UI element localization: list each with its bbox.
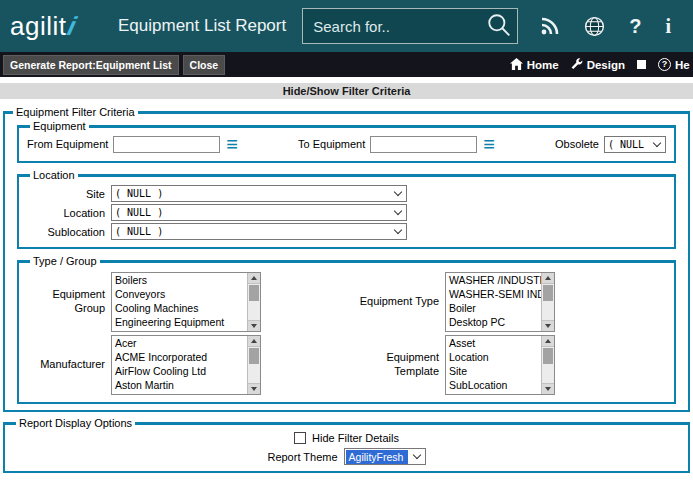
obsolete-select[interactable]: ( NULL ) [604, 136, 666, 153]
globe-icon[interactable] [584, 16, 605, 37]
equipment-template-options: Asset Location Site SubLocation [446, 336, 541, 394]
header-icons: ? i [540, 16, 671, 37]
app-header: agilit i Equipment List Report ? i [0, 0, 693, 52]
scrollbar-thumb[interactable] [249, 348, 259, 364]
sublocation-row: Sublocation ( NULL ) [27, 223, 666, 240]
help-link[interactable]: ? Help [658, 58, 690, 71]
site-label: Site [27, 188, 105, 200]
scrollbar[interactable] [541, 336, 554, 394]
type-group-fieldset: Type / Group Equipment Group Boilers Con… [17, 255, 676, 404]
triangle-down-icon [545, 387, 551, 391]
triangle-down-icon [545, 324, 551, 328]
scrollbar-thumb[interactable] [249, 285, 259, 301]
list-item[interactable]: ACME Incorporated [112, 350, 247, 364]
home-label: Home [527, 59, 559, 71]
search-icon [486, 12, 512, 41]
list-item[interactable]: WASHER-SEMI IND [446, 287, 541, 301]
scrollbar[interactable] [541, 273, 554, 331]
scroll-up-button[interactable] [248, 273, 260, 284]
home-link[interactable]: Home [510, 58, 559, 72]
sublocation-select[interactable]: ( NULL ) [111, 223, 407, 240]
scrollbar[interactable] [247, 273, 260, 331]
scrollbar-thumb[interactable] [543, 348, 553, 364]
scrollbar-thumb[interactable] [543, 285, 553, 301]
list-item[interactable]: Engineering Equipment [112, 315, 247, 329]
list-item[interactable]: Location [446, 350, 541, 364]
design-label: Design [587, 59, 625, 71]
triangle-down-icon [251, 324, 257, 328]
search-button[interactable] [481, 12, 517, 41]
list-item[interactable]: Conveyors [112, 287, 247, 301]
equipment-group-options: Boilers Conveyors Cooling Machines Engin… [112, 273, 247, 331]
report-theme-select[interactable]: AgilityFresh [344, 448, 426, 465]
report-theme-value: AgilityFresh [346, 450, 408, 464]
obsolete-group: Obsolete ( NULL ) [555, 136, 666, 153]
logo-text: agilit [10, 11, 66, 42]
scroll-down-button[interactable] [542, 383, 554, 394]
scroll-up-button[interactable] [248, 336, 260, 347]
equipment-group-listbox[interactable]: Boilers Conveyors Cooling Machines Engin… [111, 272, 261, 332]
list-item[interactable]: Site [446, 364, 541, 378]
rss-icon[interactable] [540, 16, 560, 36]
app-logo[interactable]: agilit i [0, 11, 110, 42]
obsolete-label: Obsolete [555, 138, 599, 150]
site-select[interactable]: ( NULL ) [111, 185, 407, 202]
type-group-row-1: Equipment Group Boilers Conveyors Coolin… [27, 272, 666, 332]
list-item[interactable]: Cooling Machines [112, 301, 247, 315]
search-box[interactable] [302, 8, 518, 44]
help-icon[interactable]: ? [629, 16, 641, 36]
chevron-down-icon [394, 226, 402, 234]
list-item[interactable]: Desktop PC [446, 315, 541, 329]
list-item[interactable]: Acer [112, 336, 247, 350]
generate-report-button[interactable]: Generate Report:Equipment List [3, 55, 179, 75]
to-equipment-input[interactable] [370, 136, 477, 153]
location-select-value: ( NULL ) [115, 207, 163, 218]
design-link[interactable]: Design [571, 58, 625, 72]
page-title: Equipment List Report [118, 16, 286, 36]
from-equipment-input[interactable] [113, 136, 220, 153]
from-equipment-label: From Equipment [27, 138, 108, 150]
chevron-down-icon [394, 188, 402, 196]
list-item[interactable]: AirFlow Cooling Ltd [112, 364, 247, 378]
equipment-group-label: Equipment Group [27, 288, 105, 316]
list-item[interactable]: Asset [446, 336, 541, 350]
list-item[interactable]: WASHER /INDUSTRIAL [446, 273, 541, 287]
list-item[interactable]: Boiler [446, 301, 541, 315]
equipment-template-listbox[interactable]: Asset Location Site SubLocation [445, 335, 555, 395]
equipment-type-listbox[interactable]: WASHER /INDUSTRIAL WASHER-SEMI IND Boile… [445, 272, 555, 332]
chevron-down-icon [653, 138, 661, 146]
location-label: Location [27, 207, 105, 219]
equipment-template-label: Equipment Template [355, 351, 439, 379]
hide-show-filter-bar[interactable]: Hide/Show Filter Criteria [0, 83, 693, 99]
wrench-icon [571, 58, 583, 72]
to-equipment-lookup-icon[interactable]: ≡ [483, 134, 495, 154]
home-icon [510, 58, 523, 72]
info-icon[interactable]: i [665, 16, 671, 36]
location-select[interactable]: ( NULL ) [111, 204, 407, 221]
manufacturer-listbox[interactable]: Acer ACME Incorporated AirFlow Cooling L… [111, 335, 261, 395]
help-label: Help [675, 59, 690, 71]
equipment-type-label: Equipment Type [355, 295, 439, 309]
design-toggle-checkbox[interactable] [637, 60, 646, 69]
type-group-row-2: Manufacturer Acer ACME Incorporated AirF… [27, 335, 666, 395]
obsolete-select-value: ( NULL ) [608, 139, 648, 150]
close-button[interactable]: Close [183, 55, 226, 75]
scroll-down-button[interactable] [542, 320, 554, 331]
scrollbar[interactable] [247, 336, 260, 394]
list-item[interactable]: Aston Martin [112, 378, 247, 392]
list-item[interactable]: SubLocation [446, 378, 541, 392]
search-input[interactable] [303, 18, 481, 35]
from-equipment-lookup-icon[interactable]: ≡ [226, 134, 238, 154]
equipment-legend: Equipment [30, 120, 89, 132]
scroll-down-button[interactable] [248, 320, 260, 331]
from-equipment-group: From Equipment ≡ [27, 134, 238, 154]
hide-filter-details-checkbox[interactable] [294, 432, 306, 444]
to-equipment-label: To Equipment [298, 138, 365, 150]
scroll-up-button[interactable] [542, 273, 554, 284]
equipment-filter-criteria-fieldset: Equipment Filter Criteria Equipment From… [3, 106, 690, 412]
list-item[interactable]: Boilers [112, 273, 247, 287]
chevron-down-icon [394, 207, 402, 215]
triangle-up-icon [545, 276, 551, 280]
scroll-down-button[interactable] [248, 383, 260, 394]
scroll-up-button[interactable] [542, 336, 554, 347]
